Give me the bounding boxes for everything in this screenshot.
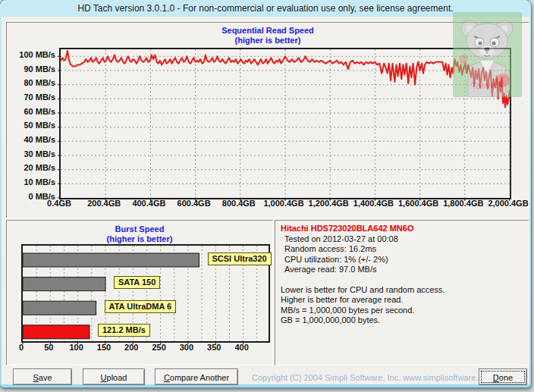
burst-x-tick-label: 350 [201,343,227,352]
burst-bar-label: SCSI Ultra320 [208,252,272,265]
burst-chart-title: Burst Speed [7,224,272,234]
burst-x-tick-label: 300 [174,343,199,352]
client-area: Sequential Read Speed (higher is better)… [2,17,529,384]
drive-stat-line: Average read: 97.0 MB/s [281,265,526,275]
spacer [281,275,526,285]
seq-x-tick-label: 1,800.4GB [439,199,488,208]
drive-note-line: Lower is better for CPU and random acces… [281,285,526,296]
burst-bar-label: 121.2 MB/s [98,324,150,337]
drive-note-line: GB = 1,000,000,000 bytes. [281,315,526,326]
burst-x-tick-label: 200 [118,343,144,352]
burst-bar-label: SATA 150 [114,276,160,289]
burst-x-tick-label: 50 [36,343,61,352]
burst-speed-panel: Burst Speed (higher is better) SCSI Ultr… [6,220,273,365]
drive-stats: Tested on 2012-03-27 at 00:08Random acce… [281,234,526,275]
sequential-read-panel: Sequential Read Speed (higher is better)… [6,22,529,218]
save-results-button[interactable]: Save Results [13,368,72,385]
seq-y-tick-label: 20 MB/s [7,163,55,172]
seq-y-tick-label: 10 MB/s [7,177,55,187]
window-title: HD Tach version 3.0.1.0 - For non-commer… [77,3,453,14]
done-button[interactable]: Done [479,368,527,385]
seq-y-tick-label: 40 MB/s [7,135,55,144]
drive-stat-line: CPU utilization: 1% (+/- 2%) [281,255,526,265]
seq-x-tick-label: 1,400.4GB [349,199,397,208]
seq-y-tick-label: 50 MB/s [7,121,55,130]
seq-y-tick-label: 70 MB/s [7,93,55,102]
seq-y-tick-label: 100 MB/s [7,50,55,59]
seq-y-tick-label: 30 MB/s [7,149,55,158]
burst-x-tick-label: 150 [91,343,117,352]
drive-stat-line: Random access: 16.2ms [281,244,526,255]
drive-note-line: MB/s = 1,000,000 bytes per second. [281,306,526,316]
seq-x-tick-label: 600.4GB [170,199,218,208]
desktop: { "window": { "title": "HD Tach version … [0,0,534,392]
burst-bar-label: ATA UltraDMA 6 [105,300,177,313]
burst-chart-subtitle: (higher is better) [7,234,272,243]
seq-x-tick-label: 400.4GB [124,199,173,208]
seq-x-tick-label: 1,600.4GB [394,199,443,208]
drive-stat-line: Tested on 2012-03-27 at 00:08 [281,234,526,245]
upload-results-button[interactable]: Upload Results [83,368,145,385]
burst-x-tick-label: 0 [8,343,34,352]
burst-x-tick-label: 400 [229,343,255,352]
drive-info-panel: Hitachi HDS723020BLA642 MN6O Tested on 2… [275,220,529,365]
drive-note-line: Higher is better for average read. [281,295,526,306]
compare-another-drive-button[interactable]: Compare Another Drive [155,368,238,385]
drive-info-text: Hitachi HDS723020BLA642 MN6O Tested on 2… [281,224,526,326]
seq-chart-subtitle: (higher is better) [7,36,529,45]
seq-plot-area [59,48,511,199]
seq-x-tick-label: 1,000.4GB [259,199,308,208]
burst-x-tick-label: 100 [64,343,90,352]
seq-chart-canvas [61,49,510,198]
seq-x-tick-label: 2,000.4GB [484,199,531,208]
seq-x-tick-label: 200.4GB [80,199,128,208]
seq-y-tick-label: 60 MB/s [7,107,55,116]
burst-x-tick-label: 250 [146,343,172,352]
app-window: HD Tach version 3.0.1.0 - For non-commer… [0,0,531,387]
seq-y-tick-label: 90 MB/s [7,64,55,74]
seq-y-tick-label: 80 MB/s [7,78,55,87]
copyright-text: Copyright (C) 2004 Simpli Software, Inc.… [252,373,470,382]
seq-x-tick-label: 1,200.4GB [304,199,353,208]
seq-chart-title: Sequential Read Speed [7,26,529,35]
seq-x-tick-label: 0.4GB [35,199,83,208]
drive-name: Hitachi HDS723020BLA642 MN6O [281,224,526,234]
drive-notes: Lower is better for CPU and random acces… [281,285,526,326]
title-bar[interactable]: HD Tach version 3.0.1.0 - For non-commer… [0,0,531,17]
seq-x-tick-label: 800.4GB [215,199,263,208]
